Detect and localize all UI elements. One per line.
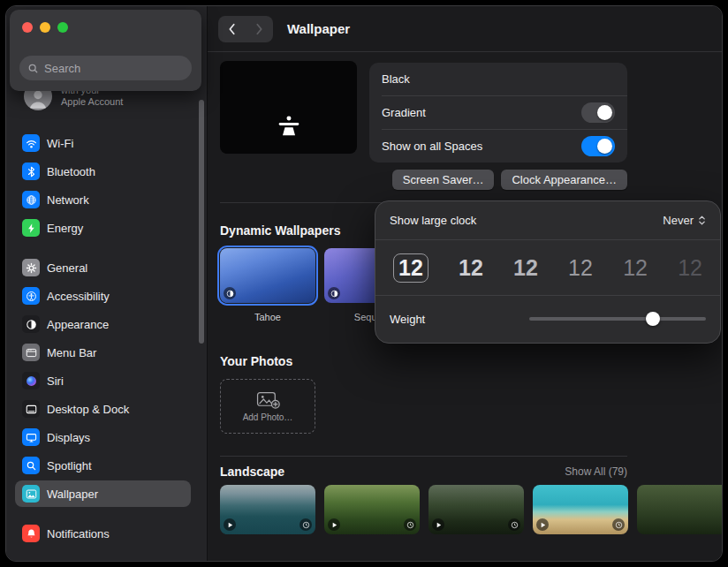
system-settings-window: Search with your Apple Account Wi-Fi — [5, 5, 723, 562]
landscape-thumbnail[interactable] — [637, 485, 722, 534]
toggle-knob — [597, 139, 612, 154]
back-button[interactable] — [218, 16, 246, 42]
screen-saver-button[interactable]: Screen Saver… — [392, 170, 495, 190]
sidebar-item-general[interactable]: General — [15, 254, 191, 281]
show-large-clock-label: Show large clock — [390, 214, 476, 227]
bell-icon — [22, 525, 40, 542]
sidebar-item-notifications[interactable]: Notifications — [15, 520, 191, 547]
menu-bar-icon — [22, 344, 40, 361]
show-on-all-spaces-row: Show on all Spaces — [369, 130, 627, 163]
clock-icon — [404, 518, 416, 531]
dynamic-indicator-icon — [224, 287, 236, 299]
wifi-icon — [22, 134, 40, 152]
sidebar-item-spotlight[interactable]: Spotlight — [15, 452, 191, 479]
stage-icon — [274, 115, 304, 139]
chevron-up-down-icon — [698, 215, 706, 226]
slider-track — [529, 317, 706, 321]
section-divider — [220, 456, 627, 457]
chevron-right-icon — [255, 23, 263, 35]
window-controls — [10, 10, 201, 33]
sidebar-item-displays[interactable]: Displays — [15, 424, 191, 450]
add-photo-label: Add Photo… — [243, 412, 293, 422]
select-value: Never — [663, 214, 694, 227]
landscape-thumbnail[interactable] — [324, 485, 420, 534]
add-photo-button[interactable]: Add Photo… — [220, 379, 315, 434]
minimize-window-button[interactable] — [40, 22, 50, 33]
nav-buttons — [218, 16, 273, 42]
gear-icon — [22, 259, 40, 276]
play-icon — [536, 518, 549, 531]
sidebar: Search with your Apple Account Wi-Fi — [6, 6, 208, 561]
play-icon — [328, 518, 340, 531]
slider-thumb[interactable] — [646, 312, 660, 326]
clock-weight-option-selected[interactable]: 12 — [393, 253, 428, 283]
show-all-link[interactable]: Show All (79) — [220, 465, 627, 478]
sidebar-item-menu-bar[interactable]: Menu Bar — [15, 339, 191, 366]
wallpaper-preview — [220, 61, 357, 154]
toggle-knob — [597, 105, 612, 120]
forward-button[interactable] — [246, 16, 273, 42]
content-header: Wallpaper — [208, 6, 722, 52]
energy-icon — [22, 219, 40, 237]
gradient-row: Gradient — [369, 96, 627, 129]
bluetooth-icon — [22, 163, 40, 180]
clock-icon — [612, 518, 625, 531]
clock-weight-option[interactable]: 12 — [678, 257, 702, 279]
wallpaper-name-row[interactable]: Black — [369, 63, 627, 95]
clock-weight-option[interactable]: 12 — [623, 257, 648, 279]
zoom-window-button[interactable] — [57, 22, 68, 33]
landscape-thumbnail[interactable] — [220, 485, 315, 534]
globe-icon — [22, 191, 40, 208]
clock-weight-samples: 12 12 12 12 12 12 — [375, 240, 720, 295]
sidebar-item-appearance[interactable]: Appearance — [15, 311, 191, 337]
dynamic-wallpapers-title: Dynamic Wallpapers — [220, 223, 340, 238]
wallpaper-name: Black — [382, 72, 410, 86]
search-icon — [27, 63, 39, 74]
siri-icon — [22, 372, 40, 389]
play-icon — [432, 518, 444, 531]
sidebar-items: Wi-Fi Bluetooth Network Energy — [15, 130, 191, 548]
page-title: Wallpaper — [287, 21, 350, 36]
clock-appearance-button[interactable]: Clock Appearance… — [501, 170, 627, 190]
play-icon — [224, 518, 236, 531]
sidebar-group-gap — [15, 243, 191, 254]
sidebar-item-desktop-dock[interactable]: Desktop & Dock — [15, 396, 191, 422]
main-content: Wallpaper Black Gradient Show on all Sp — [208, 6, 722, 561]
gradient-toggle[interactable] — [581, 102, 615, 123]
wallpaper-settings-group: Black Gradient Show on all Spaces — [369, 63, 627, 163]
clock-appearance-popover: Show large clock Never 12 12 12 12 12 12 — [375, 200, 721, 344]
show-on-all-spaces-toggle[interactable] — [581, 136, 615, 156]
appearance-icon — [22, 315, 40, 333]
sidebar-item-wifi[interactable]: Wi-Fi — [15, 130, 191, 156]
sidebar-item-energy[interactable]: Energy — [15, 215, 191, 241]
weight-slider[interactable] — [529, 312, 706, 326]
clock-icon — [300, 518, 312, 531]
dynamic-indicator-icon — [328, 287, 340, 299]
accessibility-icon — [22, 287, 40, 305]
add-photo-icon — [256, 390, 280, 409]
sidebar-item-accessibility[interactable]: Accessibility — [15, 283, 191, 309]
weight-label: Weight — [390, 313, 425, 326]
settings-scroll-area: Black Gradient Show on all Spaces Screen… — [208, 52, 722, 561]
weight-row: Weight — [375, 296, 720, 342]
sidebar-scrollbar[interactable] — [199, 100, 204, 344]
search-input[interactable]: Search — [19, 56, 192, 80]
sidebar-item-network[interactable]: Network — [15, 186, 191, 213]
sidebar-header-panel: Search — [10, 10, 201, 91]
sidebar-item-siri[interactable]: Siri — [15, 367, 191, 394]
account-line2: Apple Account — [61, 96, 123, 108]
clock-icon — [508, 518, 520, 531]
close-window-button[interactable] — [22, 22, 33, 33]
clock-weight-option[interactable]: 12 — [459, 257, 483, 279]
dynamic-wallpaper-thumbnail-tahoe[interactable] — [220, 248, 315, 303]
sidebar-item-bluetooth[interactable]: Bluetooth — [15, 158, 191, 185]
landscape-thumbnail[interactable] — [533, 485, 628, 534]
desktop-dock-icon — [22, 400, 40, 418]
thumbnail-label: Tahoe — [220, 312, 315, 322]
sidebar-item-wallpaper[interactable]: Wallpaper — [15, 480, 191, 507]
clock-weight-option[interactable]: 12 — [513, 257, 538, 279]
clock-weight-option[interactable]: 12 — [568, 257, 593, 279]
sidebar-group-gap — [15, 509, 191, 520]
show-large-clock-select[interactable]: Never — [663, 214, 706, 227]
landscape-thumbnail[interactable] — [428, 485, 524, 534]
